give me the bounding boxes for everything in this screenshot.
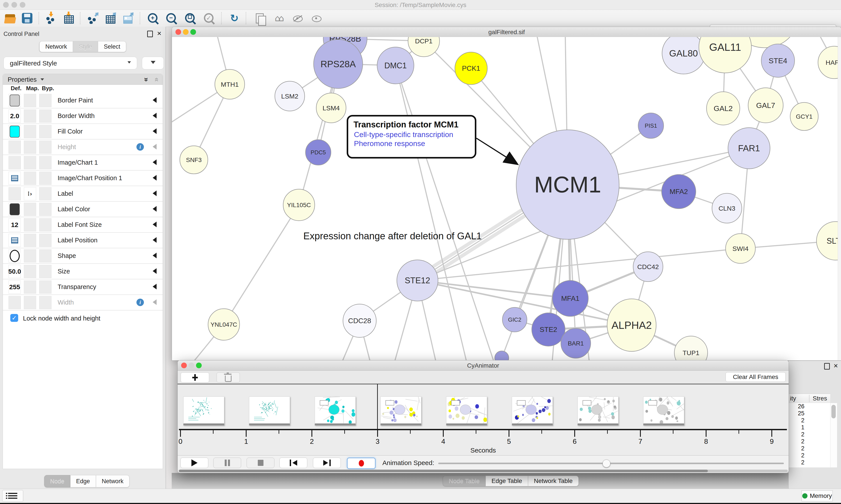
expand-row-icon[interactable] — [153, 206, 157, 212]
info-icon[interactable]: i — [137, 143, 144, 151]
tab-network[interactable]: Network — [39, 41, 73, 52]
network-node-GAL2[interactable]: GAL2 — [706, 92, 740, 125]
tab-style[interactable]: Style — [73, 41, 98, 52]
import-table-icon[interactable] — [62, 12, 75, 24]
expand-row-icon[interactable] — [153, 159, 157, 165]
timeline-hscrollbar[interactable] — [179, 470, 788, 472]
network-canvas[interactable]: RPS28BDCP1RPS28ADMC1PCK1MTH1LSM2LSM4SNF3… — [172, 37, 838, 360]
property-row-label-position[interactable]: Label Position — [3, 233, 163, 248]
network-node-DMC1[interactable]: DMC1 — [377, 47, 414, 84]
network-node-NSM[interactable] — [495, 351, 509, 360]
float-panel-icon[interactable] — [824, 363, 830, 370]
network-node-MFA2[interactable]: MFA2 — [662, 175, 696, 209]
property-cell[interactable] — [39, 218, 52, 231]
animation-frame-6[interactable] — [577, 396, 619, 426]
property-row-width[interactable]: Widthi — [3, 295, 163, 310]
property-cell[interactable] — [24, 218, 36, 231]
property-row-border-paint[interactable]: Border Paint — [3, 93, 163, 108]
close-panel-icon[interactable]: ✕ — [157, 30, 162, 37]
network-node-SWI4[interactable]: SWI4 — [726, 234, 755, 264]
tab-edge-table[interactable]: Edge Table — [486, 476, 528, 486]
expand-row-icon[interactable] — [153, 97, 157, 103]
property-cell[interactable] — [24, 234, 36, 247]
table-vscrollbar[interactable] — [830, 403, 837, 467]
status-list-button[interactable] — [2, 490, 23, 502]
property-cell[interactable] — [39, 265, 52, 278]
table-cell-value[interactable]: 26 — [789, 403, 804, 410]
property-cell[interactable] — [24, 281, 36, 293]
expand-row-icon[interactable] — [153, 128, 157, 134]
network-node-LSM2[interactable]: LSM2 — [275, 81, 305, 111]
expand-row-icon[interactable] — [153, 237, 157, 243]
network-node-TUP1[interactable]: TUP1 — [674, 336, 708, 360]
style-options-button[interactable] — [142, 57, 164, 69]
property-cell[interactable] — [39, 156, 52, 169]
network-node-MTH1[interactable]: MTH1 — [215, 69, 245, 99]
property-row-image-chart-position-1[interactable]: Image/Chart Position 1 — [3, 170, 163, 186]
network-node-ALPHA2[interactable]: ALPHA2 — [607, 299, 656, 352]
expand-row-icon[interactable] — [153, 268, 157, 274]
property-cell[interactable] — [24, 265, 36, 278]
network-node-PIS1[interactable]: PIS1 — [638, 113, 664, 138]
zoom-out-icon[interactable]: − — [165, 12, 177, 24]
network-node-RPS28A[interactable]: RPS28A — [314, 39, 363, 88]
network-snapshot-icon[interactable] — [254, 12, 266, 24]
network-node-FAR1[interactable]: FAR1 — [728, 128, 770, 169]
network-node-YIL105C[interactable]: YIL105C — [283, 189, 315, 221]
close-panel-icon[interactable]: ✕ — [833, 363, 838, 370]
property-cell[interactable] — [8, 94, 21, 107]
network-node-BAR1[interactable]: BAR1 — [561, 328, 591, 358]
expand-row-icon[interactable] — [153, 144, 157, 149]
property-cell[interactable] — [39, 187, 52, 200]
network-node-LSM4[interactable]: LSM4 — [316, 93, 346, 123]
speed-slider-thumb[interactable] — [603, 460, 610, 467]
refresh-layout-icon[interactable]: ↻ — [228, 12, 240, 24]
property-cell[interactable] — [24, 296, 36, 309]
expand-row-icon[interactable] — [153, 299, 157, 305]
zoom-selected-icon[interactable]: ✓ — [202, 12, 215, 24]
property-cell[interactable] — [8, 234, 21, 247]
property-cell[interactable] — [39, 203, 52, 216]
column-header[interactable]: Stres — [809, 395, 830, 402]
import-network-icon[interactable] — [45, 12, 57, 24]
table-cell-value[interactable]: 2 — [789, 438, 804, 445]
network-node-HAP2[interactable]: HAP2 — [818, 46, 838, 78]
property-cell[interactable] — [39, 109, 52, 123]
network-node-MCM1[interactable]: MCM1 — [516, 130, 619, 239]
property-cell[interactable] — [24, 141, 36, 154]
expand-row-icon[interactable] — [153, 284, 157, 289]
add-frame-button[interactable] — [181, 373, 209, 382]
property-cell[interactable] — [39, 249, 52, 263]
tab-network-table[interactable]: Network Table — [528, 476, 579, 486]
network-node-MFA1[interactable]: MFA1 — [552, 281, 588, 317]
tab-node[interactable]: Node — [44, 475, 70, 487]
export-image-icon[interactable] — [122, 12, 134, 24]
table-cell-value[interactable]: 2 — [789, 459, 804, 466]
network-node-GIC2[interactable]: GIC2 — [502, 307, 527, 332]
property-row-height[interactable]: Heighti — [3, 140, 163, 155]
network-node-DCP1[interactable]: DCP1 — [408, 37, 440, 57]
property-cell[interactable] — [8, 172, 21, 185]
network-node-SLT2[interactable]: SLT2 — [817, 221, 838, 260]
property-row-label[interactable]: ⁞›Label — [3, 186, 163, 202]
table-cell-value[interactable]: 1 — [789, 424, 804, 431]
show-details-icon[interactable] — [310, 12, 322, 24]
property-cell[interactable] — [8, 296, 21, 309]
annotation-link[interactable]: Pheromone response — [354, 139, 475, 148]
property-cell[interactable] — [8, 249, 21, 263]
expand-all-icon[interactable]: » — [142, 77, 151, 82]
zoom-in-icon[interactable]: + — [146, 12, 159, 24]
network-window-titlebar[interactable]: galFiltered.sif — [172, 27, 841, 37]
tab-edge[interactable]: Edge — [70, 475, 96, 487]
property-cell[interactable] — [39, 125, 52, 138]
property-cell[interactable] — [39, 94, 52, 107]
cyanimator-titlebar[interactable]: CyAnimator — [178, 360, 789, 371]
network-node-SNF3[interactable]: SNF3 — [180, 146, 208, 174]
property-row-shape[interactable]: Shape — [3, 248, 163, 264]
pause-button[interactable] — [213, 457, 241, 468]
lock-checkbox[interactable]: ✓ — [10, 314, 18, 322]
property-cell[interactable]: 12 — [8, 218, 21, 231]
property-row-border-width[interactable]: 2.0Border Width — [3, 108, 163, 124]
network-node-PCK1[interactable]: PCK1 — [455, 52, 487, 85]
property-cell[interactable] — [24, 172, 36, 185]
